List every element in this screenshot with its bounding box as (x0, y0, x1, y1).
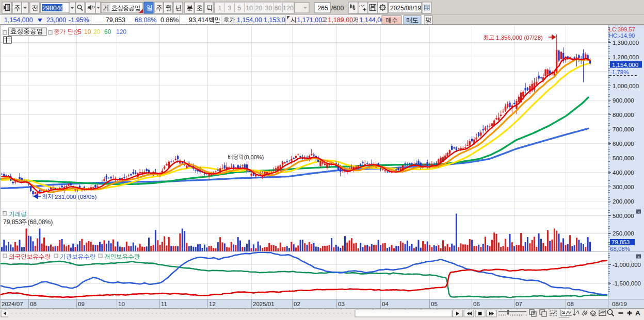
svg-text:20: 20 (255, 5, 263, 12)
svg-text:-1.95%: -1.95% (69, 16, 89, 24)
svg-text:08/19: 08/19 (612, 301, 627, 307)
svg-text:-1,000,000: -1,000,000 (613, 262, 641, 268)
svg-text:1,153,0: 1,153,0 (264, 16, 285, 24)
svg-text:LC:399,57: LC:399,57 (609, 26, 635, 32)
svg-text:2025/08/19: 2025/08/19 (390, 5, 421, 12)
svg-text:1,171,00: 1,171,00 (297, 16, 323, 24)
svg-text:10: 10 (84, 28, 91, 36)
svg-text:700,000: 700,000 (613, 126, 634, 132)
svg-text:20: 20 (93, 28, 101, 36)
svg-text:-1,500,000: -1,500,000 (613, 280, 641, 287)
svg-text:68,08%: 68,08% (610, 246, 630, 252)
svg-text:79,853: 79,853 (106, 16, 125, 24)
svg-text:93,414: 93,414 (189, 16, 208, 24)
svg-text:5: 5 (78, 28, 82, 36)
svg-text:600,000: 600,000 (613, 141, 634, 147)
svg-text:08: 08 (30, 301, 37, 307)
svg-text:60: 60 (275, 5, 282, 12)
svg-text:(0,00%): (0,00%) (244, 154, 264, 160)
svg-text:500,000: 500,000 (613, 213, 634, 219)
svg-text:10: 10 (246, 5, 253, 12)
svg-text:2025/01: 2025/01 (253, 301, 275, 307)
svg-text:1,356,000 (07/28): 1,356,000 (07/28) (496, 35, 543, 41)
svg-text:231,000 (08/05): 231,000 (08/05) (55, 194, 96, 200)
svg-text:23,000: 23,000 (46, 16, 66, 24)
svg-text:265: 265 (317, 5, 328, 12)
svg-text:79,853: 79,853 (611, 239, 630, 245)
svg-text:05: 05 (431, 301, 438, 307)
svg-text:08: 08 (567, 301, 574, 307)
svg-text:2024/07: 2024/07 (2, 301, 23, 307)
svg-text:900,000: 900,000 (613, 97, 634, 104)
svg-text:3: 3 (228, 5, 232, 12)
svg-text:HC:-14,90: HC:-14,90 (609, 32, 635, 39)
svg-text:1,144,00: 1,144,00 (360, 16, 385, 24)
svg-text:1: 1 (218, 5, 222, 12)
svg-text:1,189,00: 1,189,00 (328, 16, 353, 24)
svg-text:11: 11 (161, 301, 167, 307)
svg-text:800,000: 800,000 (613, 112, 634, 118)
svg-text:298040: 298040 (42, 5, 64, 12)
svg-text:/600: /600 (331, 5, 344, 12)
svg-text:07: 07 (516, 301, 522, 307)
svg-text:1,000,000: 1,000,000 (613, 83, 639, 89)
svg-text:68.08%: 68.08% (135, 16, 156, 24)
svg-text:30: 30 (265, 5, 272, 12)
svg-text:06: 06 (473, 301, 480, 307)
svg-text:400,000: 400,000 (613, 170, 634, 176)
svg-text:1,300,000: 1,300,000 (613, 40, 639, 46)
svg-text:04: 04 (382, 301, 389, 307)
svg-text:-1,79%: -1,79% (610, 69, 629, 75)
svg-text:1,154,00: 1,154,00 (237, 16, 262, 24)
svg-text:500,000: 500,000 (613, 155, 634, 161)
svg-text:1,154,000: 1,154,000 (612, 62, 638, 68)
svg-text:A: A (635, 309, 640, 317)
svg-text:120: 120 (283, 5, 294, 12)
svg-text:300,000: 300,000 (613, 184, 634, 190)
svg-text:200,000: 200,000 (613, 198, 634, 205)
svg-text:250,000: 250,000 (613, 230, 634, 237)
svg-text:0.86%: 0.86% (160, 16, 179, 24)
svg-text:×: × (637, 210, 640, 214)
svg-text:×: × (637, 255, 640, 259)
svg-text:1,154,000: 1,154,000 (4, 16, 33, 24)
svg-text:(68,08%): (68,08%) (28, 218, 53, 226)
svg-text:1,200,000: 1,200,000 (613, 54, 639, 60)
svg-text:09: 09 (78, 301, 85, 307)
svg-text:02: 02 (294, 301, 300, 307)
svg-text:12: 12 (209, 301, 216, 307)
svg-text:79,853: 79,853 (3, 218, 22, 226)
svg-text:10: 10 (118, 301, 125, 307)
svg-text:5: 5 (237, 5, 241, 12)
svg-text:120: 120 (116, 28, 126, 36)
svg-text:03: 03 (338, 301, 345, 307)
svg-text:60: 60 (104, 28, 111, 36)
